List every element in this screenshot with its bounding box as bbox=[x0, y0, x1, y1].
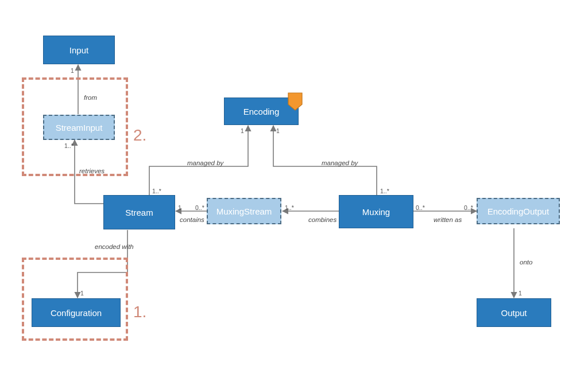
edge-label-from: from bbox=[84, 94, 97, 101]
node-stream: Stream bbox=[103, 195, 175, 229]
annotation-1: 1. bbox=[133, 303, 146, 321]
mult-config: 1 bbox=[80, 290, 84, 297]
mult-stream-contains: 1 bbox=[178, 204, 181, 211]
annotation-2: 2. bbox=[133, 126, 146, 145]
node-encoding-output: EncodingOutput bbox=[477, 198, 560, 224]
mult-stream-input: 1..* bbox=[64, 142, 74, 149]
node-output-label: Output bbox=[501, 308, 527, 318]
node-muxing-stream-label: MuxingStream bbox=[216, 207, 272, 216]
node-stream-label: Stream bbox=[125, 208, 153, 217]
mult-mstream-combines: 1..* bbox=[285, 204, 294, 211]
mult-encout-written: 0..* bbox=[464, 204, 473, 211]
diagram-canvas: Input StreamInput Stream Configuration E… bbox=[0, 0, 588, 374]
mult-muxing-mb: 1..* bbox=[380, 188, 389, 194]
edge-label-contains: contains bbox=[180, 216, 204, 223]
mult-output: 1 bbox=[519, 290, 522, 297]
node-configuration-label: Configuration bbox=[51, 308, 102, 318]
edge-label-combines: combines bbox=[308, 216, 336, 223]
node-stream-input-label: StreamInput bbox=[56, 123, 103, 133]
comment-marker-icon bbox=[287, 92, 304, 114]
node-stream-input: StreamInput bbox=[43, 115, 115, 140]
node-output: Output bbox=[477, 298, 551, 327]
node-muxing-label: Muxing bbox=[362, 207, 390, 217]
node-input-label: Input bbox=[69, 45, 88, 55]
mult-muxing-written: 0..* bbox=[416, 204, 425, 211]
node-input: Input bbox=[43, 36, 115, 64]
edge-label-encoded-with: encoded with bbox=[95, 243, 134, 250]
edge-label-managed-by-1: managed by bbox=[187, 159, 223, 166]
mult-enc-right: 1 bbox=[276, 127, 280, 134]
edge-label-onto: onto bbox=[520, 259, 532, 266]
node-encoding-output-label: EncodingOutput bbox=[488, 207, 550, 216]
node-encoding-label: Encoding bbox=[243, 107, 280, 116]
edge-label-managed-by-2: managed by bbox=[322, 159, 358, 166]
edge-label-retrieves: retrieves bbox=[79, 167, 105, 174]
mult-input: 1 bbox=[71, 67, 74, 74]
mult-stream-mb: 1..* bbox=[152, 188, 161, 194]
node-muxing-stream: MuxingStream bbox=[207, 198, 281, 224]
node-muxing: Muxing bbox=[339, 195, 413, 228]
mult-enc-left: 1 bbox=[241, 127, 244, 134]
node-configuration: Configuration bbox=[32, 298, 121, 327]
edge-label-written-as: written as bbox=[434, 216, 462, 223]
mult-mstream-contains: 0..* bbox=[195, 204, 204, 211]
